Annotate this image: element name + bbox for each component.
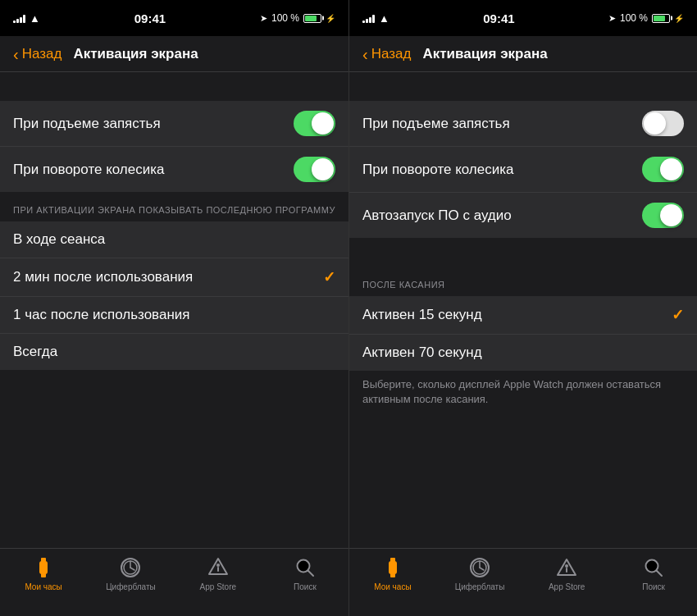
svg-rect-13 bbox=[390, 573, 395, 577]
tab-my-watch-right[interactable]: Мои часы bbox=[368, 555, 417, 591]
tab-label-faces-left: Циферблаты bbox=[106, 582, 156, 591]
tab-label-my-watch-right: Мои часы bbox=[374, 582, 411, 591]
bar1r bbox=[362, 21, 365, 23]
battery-icon-right bbox=[652, 14, 670, 23]
option-row-0[interactable]: В ходе сеанса bbox=[0, 221, 348, 258]
tab-bar-left: Мои часы Циферблаты App Sto bbox=[0, 548, 348, 616]
battery-body bbox=[303, 14, 321, 23]
right-screen: ▲ 09:41 ➤ 100 % ⚡ ‹ Назад Активация экра… bbox=[348, 0, 697, 616]
toggle-thumb-r0 bbox=[644, 112, 666, 135]
toggle-thumb-r1 bbox=[660, 158, 682, 180]
option-row-1[interactable]: 2 мин после использования ✓ bbox=[0, 258, 348, 297]
search-icon-right bbox=[641, 555, 666, 580]
toggle-r1[interactable] bbox=[642, 157, 684, 182]
options-group-right: Активен 15 секунд ✓ Активен 70 секунд bbox=[349, 296, 697, 371]
search-icon-left bbox=[293, 555, 317, 580]
svg-line-10 bbox=[308, 571, 313, 577]
tab-label-faces-right: Циферблаты bbox=[455, 582, 505, 591]
svg-line-6 bbox=[130, 568, 134, 570]
nav-title-left: Активация экрана bbox=[73, 46, 198, 62]
battery-fill bbox=[305, 16, 317, 21]
back-button-right[interactable]: ‹ Назад bbox=[362, 46, 411, 62]
time-right: 09:41 bbox=[483, 11, 514, 25]
toggle-r0[interactable] bbox=[642, 111, 684, 136]
faces-icon-right bbox=[467, 555, 492, 580]
section-note-right: Выберите, сколько дисплей Apple Watch до… bbox=[349, 371, 697, 420]
tab-faces-left[interactable]: Циферблаты bbox=[106, 555, 156, 591]
nav-title-right: Активация экрана bbox=[422, 46, 547, 62]
option-label-1: 2 мин после использования bbox=[13, 269, 323, 285]
tab-my-watch-left[interactable]: Мои часы bbox=[19, 555, 68, 591]
bar1 bbox=[13, 21, 16, 23]
options-group-left: В ходе сеанса 2 мин после использования … bbox=[0, 221, 348, 370]
tab-label-appstore-left: App Store bbox=[200, 582, 236, 591]
tab-faces-right[interactable]: Циферблаты bbox=[455, 555, 505, 591]
nav-bar-left: ‹ Назад Активация экрана bbox=[0, 36, 348, 72]
toggle-r2[interactable] bbox=[642, 203, 684, 228]
option-row-r1[interactable]: Активен 70 секунд bbox=[349, 335, 697, 371]
svg-rect-1 bbox=[41, 558, 46, 562]
option-label-2: 1 час после использования bbox=[13, 307, 335, 323]
charge-icon: ⚡ bbox=[326, 14, 335, 23]
location-icon: ➤ bbox=[260, 13, 267, 24]
tab-search-left[interactable]: Поиск bbox=[280, 555, 330, 591]
appstore-icon-left bbox=[206, 555, 230, 580]
section-gap-right bbox=[349, 238, 697, 267]
toggle-row-1[interactable]: При повороте колесика bbox=[0, 147, 348, 192]
watch-icon-right bbox=[380, 555, 405, 580]
faces-icon-left bbox=[118, 555, 143, 580]
toggle-label-1: При повороте колесика bbox=[13, 162, 294, 178]
time-left: 09:41 bbox=[134, 11, 166, 25]
option-row-r0[interactable]: Активен 15 секунд ✓ bbox=[349, 296, 697, 335]
section-header-right: ПОСЛЕ КАСАНИЯ bbox=[349, 267, 697, 296]
bar3 bbox=[20, 17, 22, 23]
content-left: При подъеме запястья При повороте колеси… bbox=[0, 72, 348, 548]
toggle-thumb-1 bbox=[312, 158, 334, 180]
bar4r bbox=[372, 15, 375, 23]
tab-appstore-left[interactable]: App Store bbox=[194, 555, 243, 591]
back-label-left: Назад bbox=[22, 46, 62, 62]
svg-rect-2 bbox=[41, 573, 46, 577]
tab-label-my-watch-left: Мои часы bbox=[25, 582, 61, 591]
nav-bar-right: ‹ Назад Активация экрана bbox=[349, 36, 697, 72]
svg-rect-12 bbox=[390, 558, 395, 562]
svg-rect-11 bbox=[389, 561, 397, 574]
bar3r bbox=[369, 17, 371, 23]
toggle-1[interactable] bbox=[294, 157, 335, 182]
option-label-r1: Активен 70 секунд bbox=[362, 345, 684, 361]
back-label-right: Назад bbox=[371, 46, 412, 62]
option-label-r0: Активен 15 секунд bbox=[362, 307, 672, 323]
signal-bars bbox=[13, 13, 25, 23]
battery-percent-left: 100 % bbox=[271, 12, 299, 24]
tab-search-right[interactable]: Поиск bbox=[629, 555, 678, 591]
option-label-0: В ходе сеанса bbox=[13, 231, 335, 248]
toggle-thumb-r2 bbox=[660, 204, 682, 226]
toggle-thumb-0 bbox=[312, 112, 334, 135]
option-row-3[interactable]: Всегда bbox=[0, 334, 348, 370]
toggle-0[interactable] bbox=[294, 111, 335, 136]
back-button-left[interactable]: ‹ Назад bbox=[13, 46, 61, 62]
svg-line-17 bbox=[480, 568, 484, 570]
tab-label-appstore-right: App Store bbox=[549, 582, 585, 591]
signal-bars-right bbox=[362, 13, 375, 23]
top-gap-left bbox=[0, 72, 348, 101]
svg-point-18 bbox=[565, 564, 568, 568]
option-label-3: Всегда bbox=[13, 344, 335, 360]
bar2 bbox=[16, 19, 19, 23]
option-row-2[interactable]: 1 час после использования bbox=[0, 297, 348, 334]
wifi-icon: ▲ bbox=[30, 12, 40, 25]
toggle-row-r2[interactable]: Автозапуск ПО с аудио bbox=[349, 193, 697, 238]
tab-label-search-left: Поиск bbox=[294, 582, 317, 591]
chevron-left-icon: ‹ bbox=[13, 46, 19, 62]
tab-appstore-right[interactable]: App Store bbox=[542, 555, 591, 591]
left-screen: ▲ 09:41 ➤ 100 % ⚡ ‹ Назад Активация экра… bbox=[0, 0, 348, 616]
svg-line-21 bbox=[657, 571, 663, 577]
toggle-row-r0[interactable]: При подъеме запястья bbox=[349, 101, 697, 147]
toggle-row-r1[interactable]: При повороте колесика bbox=[349, 147, 697, 193]
status-bar-right: ▲ 09:41 ➤ 100 % ⚡ bbox=[349, 0, 697, 36]
tab-bar-right: Мои часы Циферблаты App Sto bbox=[349, 548, 697, 616]
battery-percent-right: 100 % bbox=[620, 12, 648, 24]
wifi-icon-right: ▲ bbox=[379, 12, 390, 25]
toggle-row-0[interactable]: При подъеме запястья bbox=[0, 101, 348, 147]
status-right-left: ➤ 100 % ⚡ bbox=[260, 12, 335, 24]
